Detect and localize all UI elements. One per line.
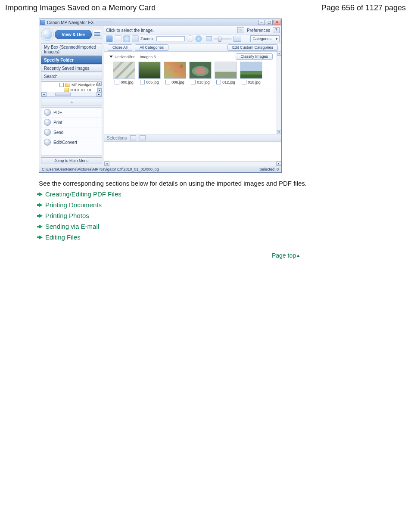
- calendar-icon[interactable]: [93, 30, 102, 39]
- scroll-down-icon[interactable]: ▾: [277, 130, 281, 134]
- disclosure-triangle-icon[interactable]: [109, 56, 113, 58]
- thumbnail-image[interactable]: [164, 62, 186, 79]
- action-print[interactable]: Print: [41, 118, 102, 128]
- group-header[interactable]: Unclassified Images:6 Classify Images: [104, 52, 281, 60]
- thumbnail-image[interactable]: [189, 62, 212, 79]
- toolbar-top: Click to select the image. ↑↓ Preference…: [104, 26, 281, 34]
- tab-search[interactable]: Search: [41, 73, 102, 80]
- selections-bar: Selections: [104, 134, 281, 142]
- scroll-up-icon[interactable]: ▴: [277, 52, 281, 56]
- body-paragraph: See the corresponding sections below for…: [39, 180, 406, 187]
- page-top-link[interactable]: Page top: [272, 252, 300, 259]
- link-row: Editing Files: [39, 233, 406, 241]
- thumbnail-checkbox[interactable]: [191, 80, 196, 84]
- app-icon: [40, 20, 45, 25]
- status-bar: C:\Users\UserName\Pictures\MP Navigator …: [39, 166, 281, 172]
- tree-vscrollbar[interactable]: ▴ ▾: [97, 82, 102, 92]
- link-row: Printing Documents: [39, 201, 406, 208]
- scroll-thumb[interactable]: [55, 93, 71, 96]
- thumbnail-item[interactable]: 012.jpg: [215, 62, 237, 84]
- selection-list-icon[interactable]: [140, 135, 146, 140]
- thumbnail-checkbox[interactable]: [140, 80, 145, 84]
- thumbnail-item[interactable]: 005.jpg: [138, 62, 161, 84]
- action-edit-convert[interactable]: Edit/Convert: [41, 137, 102, 147]
- zoom-in-icon[interactable]: [132, 35, 139, 42]
- zoom-in-label: Zoom in: [140, 37, 155, 41]
- thumbnail-filename: 008.jpg: [171, 80, 184, 84]
- thumbnail-checkbox[interactable]: [242, 80, 246, 84]
- view-use-button[interactable]: View & Use: [55, 30, 92, 39]
- link-editing-files[interactable]: Editing Files: [45, 233, 81, 241]
- link-printing-documents[interactable]: Printing Documents: [45, 201, 102, 208]
- link-printing-photos[interactable]: Printing Photos: [45, 212, 89, 219]
- sort-button[interactable]: ↑↓: [237, 27, 244, 33]
- close-all-button[interactable]: Close All: [108, 44, 132, 51]
- help-button[interactable]: ?: [273, 27, 280, 33]
- rotate-icon[interactable]: [123, 35, 130, 42]
- titlebar: Canon MP Navigator EX – ▢ ✕: [39, 19, 281, 26]
- thumbnail-item[interactable]: 018.jpg: [240, 62, 262, 84]
- maximize-button[interactable]: ▢: [266, 20, 273, 25]
- link-creating-editing-pdf[interactable]: Creating/Editing PDF Files: [45, 190, 121, 198]
- scroll-up-icon[interactable]: ▴: [97, 81, 102, 86]
- page-top-label: Page top: [272, 252, 296, 259]
- page-counter: Page 656 of 1127 pages: [321, 3, 406, 12]
- list-view-icon[interactable]: [115, 35, 121, 42]
- thumbnail-image[interactable]: [240, 62, 262, 79]
- app-title: Canon MP Navigator EX: [47, 20, 94, 25]
- nav-mode-icon[interactable]: [41, 28, 54, 41]
- link-list: Creating/Editing PDF Files Printing Docu…: [39, 190, 406, 241]
- preferences-link[interactable]: Preferences: [247, 28, 270, 33]
- thumbnail-image[interactable]: [215, 62, 237, 79]
- classify-images-button[interactable]: Classify Images: [236, 53, 273, 60]
- thumbnail-item[interactable]: 010.jpg: [189, 62, 212, 84]
- magnifier-icon[interactable]: [187, 35, 193, 42]
- arrow-bullet-icon: [39, 203, 43, 207]
- instruction-text: Click to select the image.: [106, 28, 154, 33]
- close-button[interactable]: ✕: [274, 20, 280, 25]
- grid-view-icon[interactable]: [106, 35, 113, 42]
- tab-my-box[interactable]: My Box (Scanned/Imported Images): [41, 44, 102, 56]
- thumbnail-area: Unclassified Images:6 Classify Images 00…: [104, 52, 281, 134]
- thumb-vscrollbar[interactable]: ▴ ▾: [277, 52, 281, 134]
- pin-toggle[interactable]: ⫠: [41, 99, 102, 106]
- thumb-size-small-icon[interactable]: [206, 36, 212, 41]
- minimize-button[interactable]: –: [258, 20, 265, 25]
- scroll-right-icon[interactable]: ▸: [276, 162, 281, 166]
- action-print-label: Print: [53, 120, 62, 125]
- tab-specify-folder[interactable]: Specify Folder: [41, 56, 102, 64]
- folder-tree[interactable]: – MP Navigator EX 2010_01_01 ▴ ▾ ◂ ▸: [41, 81, 102, 97]
- zoom-field[interactable]: [156, 36, 185, 41]
- scroll-right-icon[interactable]: ▸: [97, 92, 102, 96]
- thumbnail-image[interactable]: [113, 62, 135, 79]
- tab-recently-saved[interactable]: Recently Saved Images: [41, 65, 102, 72]
- link-sending-email[interactable]: Sending via E-mail: [45, 223, 99, 230]
- selection-grid-icon[interactable]: [130, 135, 136, 140]
- thumbnail-checkbox[interactable]: [216, 80, 221, 84]
- thumbnail-item[interactable]: 008.jpg: [164, 62, 186, 84]
- scroll-left-icon[interactable]: ◂: [104, 162, 109, 166]
- arrow-bullet-icon: [39, 192, 43, 196]
- edit-custom-categories-button[interactable]: Edit Custom Categories: [227, 44, 278, 51]
- thumbnail-checkbox[interactable]: [115, 80, 119, 84]
- action-send[interactable]: Send: [41, 128, 102, 137]
- jump-main-menu-button[interactable]: Jump to Main Menu: [41, 157, 102, 164]
- thumb-size-large-icon[interactable]: [234, 36, 241, 42]
- thumbnail-checkbox[interactable]: [165, 80, 170, 84]
- pdf-icon: [44, 109, 51, 116]
- all-categories-button[interactable]: All Categories: [135, 44, 168, 51]
- slider-knob[interactable]: [218, 37, 221, 42]
- tree-hscrollbar[interactable]: ◂ ▸: [41, 92, 102, 96]
- thumbnail-item[interactable]: 000.jpg: [113, 62, 135, 84]
- scroll-left-icon[interactable]: ◂: [41, 92, 47, 96]
- tree-collapse-icon[interactable]: –: [59, 83, 64, 87]
- categories-dropdown[interactable]: Categories ▾: [250, 35, 280, 42]
- action-pdf[interactable]: PDF: [41, 108, 102, 118]
- selections-hscrollbar[interactable]: ◂ ▸: [104, 161, 281, 166]
- thumb-size-slider[interactable]: [214, 38, 232, 40]
- thumbnail-filename: 010.jpg: [197, 80, 210, 84]
- status-path: C:\Users\UserName\Pictures\MP Navigator …: [42, 167, 159, 171]
- thumbnail-image[interactable]: [138, 62, 161, 79]
- toolbar-category: Close All All Categories Edit Custom Cat…: [104, 44, 281, 52]
- refresh-icon[interactable]: [195, 35, 202, 42]
